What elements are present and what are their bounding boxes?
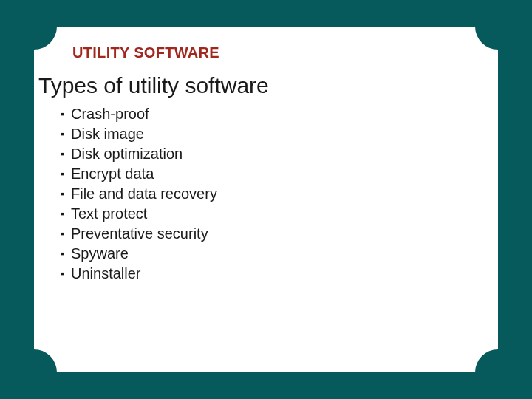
list-item: ▪ Spyware bbox=[61, 244, 498, 264]
list-item: ▪ Uninstaller bbox=[61, 264, 498, 284]
item-text: Disk image bbox=[71, 124, 144, 144]
list-item: ▪ Disk image bbox=[61, 124, 498, 144]
bullet-icon: ▪ bbox=[61, 244, 71, 264]
bullet-icon: ▪ bbox=[61, 124, 71, 144]
item-list: ▪ Crash-proof ▪ Disk image ▪ Disk optimi… bbox=[61, 104, 498, 284]
item-text: Spyware bbox=[71, 244, 129, 264]
slide-title: Types of utility software bbox=[38, 73, 498, 98]
slide-content: UTILITY SOFTWARE Types of utility softwa… bbox=[34, 27, 498, 372]
bullet-icon: ▪ bbox=[61, 204, 71, 224]
bullet-icon: ▪ bbox=[61, 264, 71, 284]
item-text: Uninstaller bbox=[71, 264, 140, 284]
bullet-icon: ▪ bbox=[61, 224, 71, 244]
item-text: Preventative security bbox=[71, 224, 208, 244]
item-text: Text protect bbox=[71, 204, 147, 224]
list-item: ▪ Text protect bbox=[61, 204, 498, 224]
section-header: UTILITY SOFTWARE bbox=[72, 44, 498, 61]
bullet-icon: ▪ bbox=[61, 164, 71, 184]
list-item: ▪ Crash-proof bbox=[61, 104, 498, 124]
bullet-icon: ▪ bbox=[61, 184, 71, 204]
item-text: Disk optimization bbox=[71, 144, 183, 164]
bullet-icon: ▪ bbox=[61, 144, 71, 164]
item-text: Encrypt data bbox=[71, 164, 154, 184]
list-item: ▪ Disk optimization bbox=[61, 144, 498, 164]
list-item: ▪ Preventative security bbox=[61, 224, 498, 244]
item-text: Crash-proof bbox=[71, 104, 149, 124]
list-item: ▪ File and data recovery bbox=[61, 184, 498, 204]
item-text: File and data recovery bbox=[71, 184, 217, 204]
list-item: ▪ Encrypt data bbox=[61, 164, 498, 184]
slide-frame: UTILITY SOFTWARE Types of utility softwa… bbox=[34, 27, 498, 372]
bullet-icon: ▪ bbox=[61, 104, 71, 124]
